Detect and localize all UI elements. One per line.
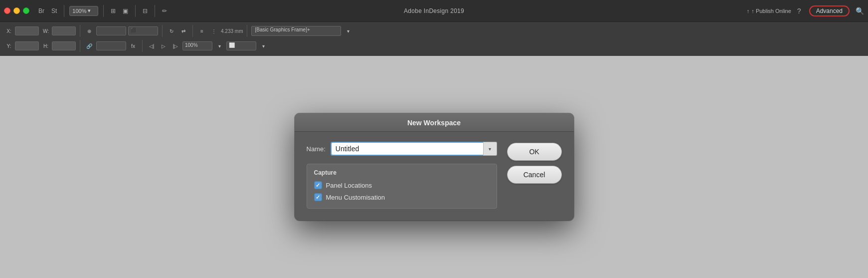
advanced-workspace-button[interactable]: Advanced — [809, 5, 850, 16]
y-input-group: Y: — [4, 41, 39, 51]
h-input-group: H: — [41, 41, 76, 51]
dialog-overlay: New Workspace Name: ▾ — [0, 56, 868, 278]
play-icon[interactable]: ▷ — [159, 41, 169, 51]
sep1 — [64, 5, 64, 17]
h-input[interactable] — [52, 41, 76, 50]
x-input[interactable] — [15, 26, 39, 35]
dialog-titlebar: New Workspace — [295, 113, 574, 132]
ok-button[interactable]: OK — [507, 143, 562, 161]
stroke-width-dropdown[interactable] — [96, 41, 126, 50]
sep4 — [155, 5, 155, 17]
zoom-dropdown[interactable]: 100% ▾ — [69, 6, 98, 16]
main-content: New Workspace Name: ▾ — [0, 56, 868, 278]
cloud-icon: ↑ — [747, 8, 750, 14]
capture-legend: Capture — [314, 169, 490, 176]
name-dropdown-button[interactable]: ▾ — [483, 142, 497, 156]
rotate-icon[interactable]: ↻ — [167, 26, 176, 36]
name-input[interactable] — [331, 142, 497, 156]
h-label: H: — [41, 41, 51, 51]
dialog-title: New Workspace — [407, 119, 461, 127]
w-input-group: W: — [41, 26, 76, 36]
sep9 — [80, 40, 80, 52]
toolbar-row-1: X: W: ⊕ ⬛ ↻ ⇄ ≡ ⋮ 4.233 mm [Basic Graphi… — [4, 24, 864, 38]
opacity-dropdown[interactable]: 100% — [182, 41, 212, 50]
sep7 — [192, 25, 193, 37]
stroke-dropdown[interactable] — [96, 26, 126, 35]
search-icon[interactable]: 🔍 — [856, 7, 864, 15]
traffic-lights — [4, 7, 29, 14]
prev-frame-icon[interactable]: ◁| — [147, 41, 157, 51]
capture-group: Capture ✓ Panel Locations ✓ Menu Custom — [307, 164, 497, 209]
maximize-button[interactable] — [23, 7, 29, 14]
br-icon[interactable]: Br — [36, 6, 46, 15]
toolbar-top-row: Br St 100% ▾ ⊞ ▣ ⊟ ✏ Adobe InDesign 2019… — [0, 0, 868, 22]
align-icon[interactable]: ⋮ — [209, 26, 219, 36]
name-dropdown-chevron-icon: ▾ — [489, 146, 491, 152]
sep3 — [135, 5, 136, 17]
minimize-button[interactable] — [13, 7, 20, 14]
app-title: Adobe InDesign 2019 — [404, 7, 464, 14]
sep2 — [103, 5, 104, 17]
publish-online-button[interactable]: ↑ ↑ Publish Online — [747, 8, 791, 14]
flip-icon[interactable]: ⇄ — [178, 26, 188, 36]
name-field-label: Name: — [307, 145, 326, 153]
swatch-dropdown[interactable]: ⬜ — [226, 41, 256, 50]
screen-mode-icon[interactable]: ▣ — [121, 6, 130, 15]
close-button[interactable] — [4, 7, 10, 14]
swatch-options-icon[interactable]: ▾ — [258, 41, 268, 51]
measurement-display: 4.233 mm — [221, 28, 243, 34]
menu-customisation-label: Menu Customisation — [326, 194, 385, 201]
toolbar-bottom: X: W: ⊕ ⬛ ↻ ⇄ ≡ ⋮ 4.233 mm [Basic Graphi… — [0, 22, 868, 56]
transform-icon[interactable]: ⊕ — [84, 26, 94, 36]
frame-style-dropdown[interactable]: [Basic Graphics Frame]+ — [251, 26, 341, 36]
frame-style-chevron[interactable]: ▾ — [343, 26, 353, 36]
fill-dropdown[interactable]: ⬛ — [128, 26, 158, 35]
toolbar: Br St 100% ▾ ⊞ ▣ ⊟ ✏ Adobe InDesign 2019… — [0, 0, 868, 56]
x-label: X: — [4, 26, 14, 36]
menu-customisation-row: ✓ Menu Customisation — [314, 193, 490, 201]
sep5 — [80, 25, 80, 37]
w-input[interactable] — [52, 26, 76, 35]
publish-online-label: ↑ Publish Online — [751, 8, 791, 14]
sep8 — [247, 25, 247, 37]
zoom-value: 100% — [72, 8, 86, 14]
view-mode-icon[interactable]: ⊞ — [109, 6, 118, 15]
menu-customisation-checkmark-icon: ✓ — [316, 195, 320, 200]
constrain-icon[interactable]: 🔗 — [84, 41, 94, 51]
x-input-group: X: — [4, 26, 39, 36]
panel-locations-row: ✓ Panel Locations — [314, 181, 490, 189]
fx-icon[interactable]: fx — [128, 41, 138, 51]
w-label: W: — [41, 26, 51, 36]
toolbar-row-2: Y: H: 🔗 fx ◁| ▷ |▷ 100% ▾ ⬜ ▾ — [4, 39, 864, 53]
dialog-body: Name: ▾ Capture ✓ — [295, 132, 574, 221]
menu-customisation-checkbox[interactable]: ✓ — [314, 193, 322, 201]
align-left-icon[interactable]: ≡ — [197, 26, 207, 36]
panel-locations-checkbox[interactable]: ✓ — [314, 181, 322, 189]
sep6 — [162, 25, 163, 37]
y-input[interactable] — [15, 41, 39, 50]
panel-locations-label: Panel Locations — [326, 182, 372, 189]
sep10 — [142, 40, 143, 52]
layout-icon[interactable]: ⊟ — [141, 6, 150, 15]
panel-locations-checkmark-icon: ✓ — [316, 183, 320, 188]
zoom-chevron-icon: ▾ — [88, 7, 91, 14]
dialog-left-column: Name: ▾ Capture ✓ — [307, 142, 497, 209]
name-row: Name: ▾ — [307, 142, 497, 156]
opacity-menu-icon[interactable]: ▾ — [214, 41, 224, 51]
new-workspace-dialog: New Workspace Name: ▾ — [295, 113, 574, 221]
cancel-button[interactable]: Cancel — [507, 166, 562, 184]
help-icon[interactable]: ? — [797, 7, 801, 15]
next-frame-icon[interactable]: |▷ — [171, 41, 180, 51]
dialog-right-column: OK Cancel — [507, 142, 562, 209]
st-icon[interactable]: St — [49, 6, 59, 15]
pen-tool-icon[interactable]: ✏ — [160, 6, 169, 15]
name-input-wrapper: ▾ — [331, 142, 497, 156]
y-label: Y: — [4, 41, 14, 51]
